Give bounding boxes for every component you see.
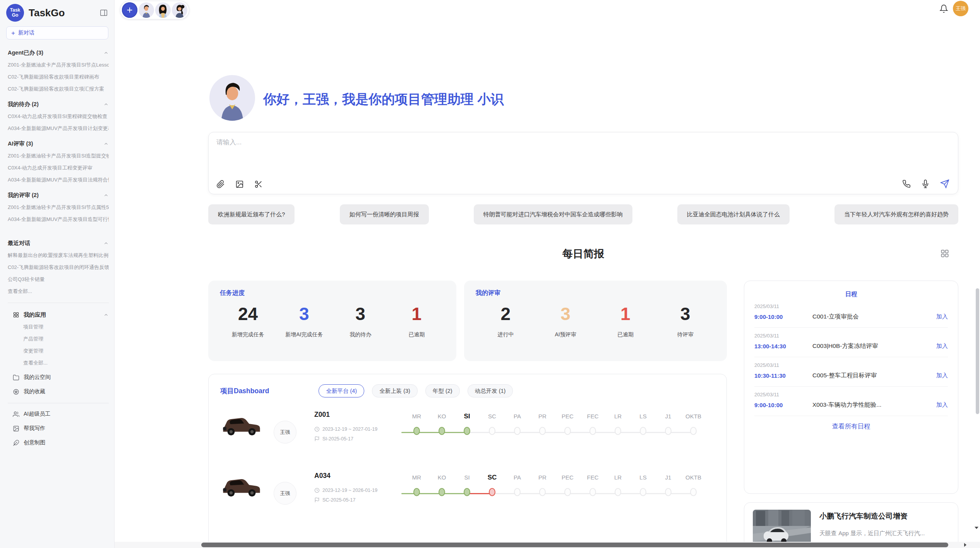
dashboard-filter-pill[interactable]: 年型 (2)	[425, 384, 460, 397]
news-snippet: 天眼查 App 显示，近日广州汇天飞行汽...	[819, 529, 925, 538]
suggestion-chip[interactable]: 特朗普可能对进口汽车增税会对中国车企造成哪些影响	[474, 204, 632, 224]
assistant-avatar-3[interactable]	[172, 2, 187, 18]
app-logo-line2: Go	[12, 13, 19, 18]
event-join-button[interactable]: 加入	[936, 401, 948, 409]
schedule-event: 2025/03/119:00-10:00X003-车辆动力学性能验...加入	[754, 387, 948, 416]
sidebar-item[interactable]: A034-全新新能源MUV产品开发项目造型可行性评审	[8, 216, 109, 223]
collapse-sidebar-icon[interactable]	[99, 8, 109, 18]
chevron-up-icon[interactable]	[103, 241, 109, 246]
stat-column: 2进行中	[476, 301, 536, 338]
project-code: A034	[314, 472, 396, 480]
sidebar-item[interactable]: 查看全部...	[8, 288, 109, 295]
chevron-up-icon[interactable]	[103, 50, 109, 56]
scroll-right-arrow-icon[interactable]	[963, 543, 968, 547]
suggestion-chip[interactable]: 比亚迪全固态电池计划具体说了什么	[677, 204, 790, 224]
assistant-avatar-2[interactable]	[155, 2, 171, 18]
sidebar-item[interactable]: A034-全新新能源MUV产品开发项目计划变更表编写	[8, 125, 109, 132]
sidebar-item[interactable]: Z001-全新燃油轻卡产品开发项目SI节点属性5D文件评审	[8, 204, 109, 211]
voice-call-phone-icon[interactable]	[902, 180, 911, 188]
dashboard-filters: 全新平台 (4)全新上装 (3)年型 (2)动总开发 (1)	[319, 384, 513, 397]
sidebar: Task Go TaskGo + 新对话 Agent已办 (3)Z001-全新燃…	[0, 0, 115, 548]
sidebar-item[interactable]: C0X4-动力总成开发项目SI里程碑提交物检查	[8, 113, 109, 120]
sidebar-item[interactable]: A034-全新新能源MUV产品开发项目法规符合性评审	[8, 176, 109, 183]
sidebar-item[interactable]: 变更管理	[8, 348, 109, 354]
suggestion-chip[interactable]: 当下年轻人对汽车外观有怎样的喜好趋势	[834, 204, 958, 224]
milestone-label: LS	[630, 473, 656, 483]
event-join-button[interactable]: 加入	[936, 372, 948, 379]
horizontal-scrollbar-thumb[interactable]	[201, 543, 948, 547]
sidebar-item[interactable]: Z001-全新燃油皮卡产品开发项目SI节点Lesson Learn报告	[8, 62, 109, 68]
user-avatar[interactable]: 王强	[953, 1, 968, 16]
sidebar-item[interactable]: C02-飞腾新能源轻客改款项目的闭环通告反馈情况	[8, 264, 109, 271]
scroll-down-arrow-icon[interactable]	[974, 526, 979, 530]
event-join-button[interactable]: 加入	[936, 313, 948, 320]
stat-label: 已逾期	[596, 331, 656, 338]
attachment-paperclip-icon[interactable]	[216, 180, 225, 188]
milestone-dot	[489, 427, 495, 435]
project-info: A0342023-12-19 ~ 2026-01-19SC-2025-05-17	[314, 470, 396, 503]
view-all-schedule-link[interactable]: 查看所有日程	[754, 422, 948, 431]
sidebar-item[interactable]: C0X4-动力总成开发项目工程变更评审	[8, 164, 109, 171]
dashboard-filter-pill[interactable]: 动总开发 (1)	[468, 384, 513, 397]
add-assistant-button[interactable]	[122, 2, 137, 18]
milestone: PA	[505, 411, 530, 435]
project-owner-avatar: 王强	[274, 482, 296, 505]
chevron-up-icon[interactable]	[103, 141, 109, 147]
sidebar-item-label: 帮我写作	[24, 425, 45, 432]
screenshot-scissors-icon[interactable]	[254, 180, 263, 188]
sidebar-tool-item[interactable]: 创意制图	[8, 439, 109, 446]
event-row: 9:00-10:00C001-立项审批会加入	[754, 313, 948, 321]
sidebar-item[interactable]: 查看全部...	[8, 360, 109, 366]
suggestion-chip[interactable]: 如何写一份清晰的项目周报	[340, 204, 429, 224]
suggestion-chip[interactable]: 欧洲新规最近颁布了什么?	[208, 204, 295, 224]
new-chat-button[interactable]: + 新对话	[6, 26, 108, 39]
news-card[interactable]: 小鹏飞行汽车制造公司增资 天眼查 App 显示，近日广州汇天飞行汽...	[744, 502, 958, 548]
chevron-up-icon[interactable]	[103, 312, 109, 318]
sidebar-item[interactable]: 解释最新出台的欧盟报废车法规再生塑料比例被调至15%...	[8, 252, 109, 259]
horizontal-scrollbar-track[interactable]	[115, 542, 980, 548]
chat-input[interactable]	[216, 137, 951, 170]
notifications-bell-icon[interactable]	[939, 4, 948, 13]
sidebar-item[interactable]: 项目管理	[8, 324, 109, 331]
stat-label: AI预评审	[536, 331, 596, 338]
sidebar-section-header: 我的待办 (2)	[8, 101, 109, 108]
chevron-up-icon[interactable]	[103, 102, 109, 107]
layout-grid-icon[interactable]	[940, 248, 950, 259]
milestone-label: J1	[656, 411, 681, 421]
sidebar-item-cloud-space[interactable]: 我的云空间	[8, 374, 109, 381]
insert-image-icon[interactable]	[235, 180, 244, 188]
composer-left-tools	[216, 180, 263, 188]
sidebar-section-title-wrap: 我的待办 (2)	[8, 101, 39, 108]
dashboard-filter-pill[interactable]: 全新上装 (3)	[372, 384, 418, 397]
sidebar-header: Task Go TaskGo	[0, 0, 114, 24]
milestone: PEC	[555, 473, 580, 496]
stat-label: 新增AI完成任务	[276, 331, 332, 338]
milestone-columns: MRKOSISCPAPRPECFECLRLSJ1OKTB	[404, 473, 715, 496]
microphone-icon[interactable]	[921, 180, 930, 188]
chevron-up-icon[interactable]	[103, 193, 109, 198]
schedule-events: 2025/03/119:00-10:00C001-立项审批会加入2025/03/…	[754, 298, 948, 416]
milestone: MR	[404, 473, 429, 496]
sidebar-tool-item[interactable]: 帮我写作	[8, 425, 109, 432]
milestone-label: SC	[480, 473, 505, 483]
sidebar-item[interactable]: C02-飞腾新能源轻客改款项目里程碑画布	[8, 74, 109, 80]
sidebar-item[interactable]: 产品管理	[8, 336, 109, 342]
news-title: 小鹏飞行汽车制造公司增资	[819, 511, 925, 521]
milestone-label: MR	[404, 473, 429, 483]
milestone-dot	[464, 488, 470, 496]
milestone-label: PA	[505, 473, 530, 483]
milestone-dot	[615, 427, 621, 435]
sidebar-item[interactable]: C02-飞腾新能源轻客改款项目立项汇报方案	[8, 86, 109, 92]
vertical-scrollbar-thumb[interactable]	[976, 288, 979, 414]
sidebar-tool-item[interactable]: AI超级员工	[8, 411, 109, 418]
event-row: 9:00-10:00X003-车辆动力学性能验...加入	[754, 401, 948, 409]
send-paper-plane-icon[interactable]	[940, 179, 949, 188]
assistant-avatar-1[interactable]	[139, 2, 154, 18]
sidebar-item[interactable]: Z001-全新燃油轻卡产品开发项目SI造型提交物评审	[8, 152, 109, 159]
dashboard-filter-pill[interactable]: 全新平台 (4)	[319, 384, 364, 397]
event-join-button[interactable]: 加入	[936, 342, 948, 350]
sidebar-section-header: 最近对话	[8, 240, 109, 247]
sidebar-item[interactable]: 公司Q3轻卡销量	[8, 276, 109, 283]
milestone-label: PEC	[555, 411, 580, 421]
sidebar-item-favorites[interactable]: 我的收藏	[8, 388, 109, 395]
